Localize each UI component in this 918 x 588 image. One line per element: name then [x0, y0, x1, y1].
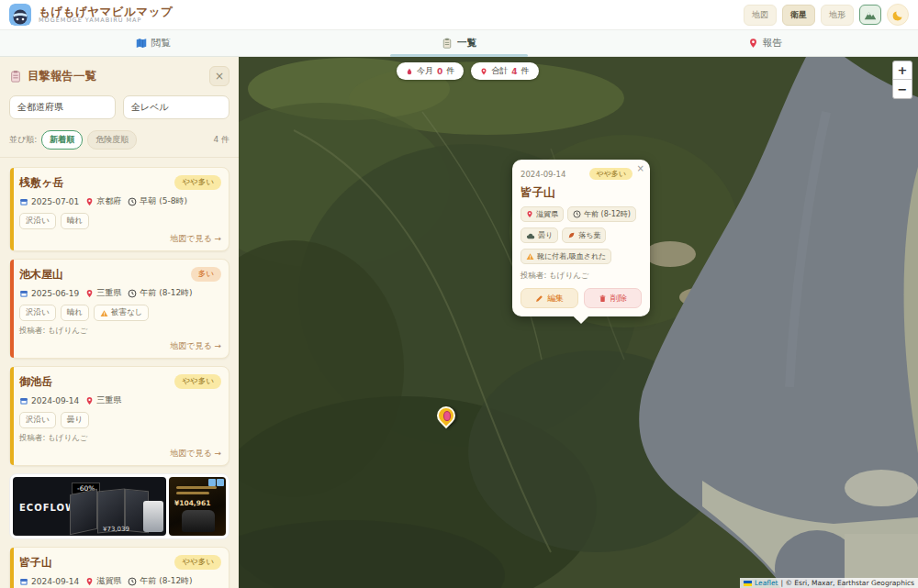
tab-list[interactable]: 一覧	[306, 30, 611, 56]
product-graphic	[182, 510, 215, 532]
tab-report-label: 報告	[763, 37, 782, 50]
report-card[interactable]: 皆子山 やや多い 2024-09-14 滋賀県 午前 (8-12時)	[9, 547, 230, 588]
ad-text-line	[176, 486, 217, 489]
map-marker[interactable]	[435, 405, 459, 432]
sidebar-filters: 全都道府県 全レベル	[0, 94, 239, 128]
delete-button[interactable]: 削除	[584, 288, 642, 308]
level-badge: 多い	[191, 267, 221, 282]
attribution-credits: | © Esri, Maxar, Earthstar Geographics	[781, 579, 914, 587]
app-root: もげもげヤマビルマップ MOGEMOGE YAMABIRU MAP 地図 衛星 …	[0, 0, 918, 588]
header: もげもげヤマビルマップ MOGEMOGE YAMABIRU MAP 地図 衛星 …	[0, 0, 918, 29]
pin-icon	[526, 210, 533, 218]
sidebar-header: 目撃報告一覧 ×	[0, 57, 239, 94]
sort-newest-button[interactable]: 新着順	[41, 130, 83, 150]
level-badge: やや多い	[174, 374, 221, 389]
sidebar: 目撃報告一覧 × 全都道府県 全レベル 並び順: 新着順 危険度順 4 件 桟敷…	[0, 57, 239, 588]
reporter: 投稿者: もげりんご	[19, 433, 221, 444]
pencil-icon	[535, 294, 543, 303]
mountain-layer-button[interactable]	[859, 5, 881, 25]
zoom-in-button[interactable]: +	[893, 61, 912, 80]
dark-mode-toggle[interactable]	[887, 4, 909, 26]
tab-report[interactable]: 報告	[612, 30, 918, 56]
pin-icon	[85, 197, 94, 206]
level-select[interactable]: 全レベル	[123, 95, 230, 119]
leaf-icon	[567, 231, 576, 239]
pin-icon	[85, 577, 94, 586]
stat-count: 4	[511, 67, 517, 76]
report-card[interactable]: 池木屋山 多い 2025-06-19 三重県 午前 (8-12時)	[9, 259, 230, 359]
popup-reporter: 投稿者: もげりんご	[521, 271, 642, 282]
prefecture-select[interactable]: 全都道府県	[9, 95, 116, 119]
pin-icon	[85, 289, 94, 298]
sort-row: 並び順: 新着順 危険度順 4 件	[0, 128, 239, 158]
prefecture-meta: 三重県	[85, 394, 121, 406]
tab-list-label: 一覧	[457, 37, 476, 50]
map-icon	[136, 38, 147, 49]
condition-tag: 沢沿い	[19, 305, 56, 321]
clock-icon	[128, 289, 137, 298]
popup-close-button[interactable]: ×	[637, 163, 644, 173]
calendar-icon	[19, 396, 28, 405]
calendar-icon	[19, 577, 28, 586]
level-badge: やや多い	[174, 555, 221, 570]
active-tab-indicator	[390, 54, 528, 57]
popup-damage-tag: 靴に付着,吸血された	[521, 249, 611, 264]
map-stats: 今月 0 件 合計 4 件	[397, 62, 539, 80]
report-list[interactable]: 桟敷ヶ岳 やや多い 2025-07-01 京都府 早朝 (5-8時)	[0, 158, 239, 588]
list-icon	[442, 38, 453, 49]
warning-icon	[526, 252, 534, 261]
sort-danger-button[interactable]: 危険度順	[87, 130, 137, 150]
prefecture-meta: 京都府	[85, 195, 121, 207]
header-controls: 地図 衛星 地形	[744, 4, 909, 26]
tab-bar: 閲覧 一覧 報告	[0, 29, 918, 57]
time-meta: 午前 (8-12時)	[128, 575, 192, 587]
maptype-terrain-button[interactable]: 地形	[821, 5, 854, 26]
report-card[interactable]: 御池岳 やや多い 2024-09-14 三重県 沢沿い 曇り	[9, 366, 230, 466]
sort-label: 並び順:	[9, 134, 37, 146]
prefecture-select-value: 全都道府県	[17, 101, 63, 114]
sidebar-close-button[interactable]: ×	[209, 66, 230, 86]
stat-this-month: 今月 0 件	[397, 62, 464, 80]
maptype-map-button[interactable]: 地図	[744, 5, 777, 26]
clock-icon	[573, 210, 581, 218]
report-list-icon	[9, 70, 22, 83]
pin-icon	[85, 396, 94, 405]
popup-level-badge: やや多い	[589, 168, 633, 180]
leech-icon	[443, 411, 451, 421]
stat-count: 0	[437, 67, 442, 76]
date-meta: 2024-09-14	[19, 396, 79, 405]
ukraine-flag-icon	[744, 581, 752, 586]
date-meta: 2025-06-19	[19, 289, 79, 298]
view-on-map-link[interactable]: 地図で見る →	[19, 448, 221, 460]
view-on-map-link[interactable]: 地図で見る →	[19, 340, 221, 352]
condition-tag: 晴れ	[61, 213, 89, 229]
cloud-icon	[526, 232, 535, 239]
droplet-icon	[406, 67, 413, 76]
leaflet-link[interactable]: Leaflet	[755, 579, 778, 587]
condition-tag: 曇り	[61, 412, 89, 428]
map-attribution: Leaflet | © Esri, Maxar, Earthstar Geogr…	[740, 578, 918, 588]
maptype-satellite-button[interactable]: 衛星	[782, 5, 815, 26]
report-title: 池木屋山	[19, 267, 63, 283]
title-block: もげもげヤマビルマップ MOGEMOGE YAMABIRU MAP	[39, 6, 173, 24]
view-on-map-link[interactable]: 地図で見る →	[19, 233, 221, 245]
ad-choices-icon[interactable]	[208, 479, 224, 486]
level-badge: やや多い	[174, 175, 221, 190]
solar-panel-graphic	[70, 489, 97, 535]
time-meta: 午前 (8-12時)	[128, 287, 192, 299]
popup-ground-tag: 落ち葉	[562, 227, 606, 243]
reporter: 投稿者: もげりんご	[19, 326, 221, 337]
ad-banner[interactable]: ECOFLOW -60% ¥73,039 ¥104,961	[9, 473, 230, 539]
popup-time-tag: 午前 (8-12時)	[567, 206, 636, 222]
app-subtitle: MOGEMOGE YAMABIRU MAP	[39, 17, 173, 24]
prefecture-meta: 滋賀県	[85, 575, 121, 587]
calendar-icon	[19, 197, 28, 206]
clock-icon	[128, 197, 137, 206]
map-canvas[interactable]: 今月 0 件 合計 4 件 + − ×	[239, 57, 918, 588]
app-logo[interactable]	[9, 4, 31, 26]
condition-tag: 晴れ	[61, 305, 89, 321]
report-card[interactable]: 桟敷ヶ岳 やや多い 2025-07-01 京都府 早朝 (5-8時)	[9, 167, 230, 251]
edit-button[interactable]: 編集	[521, 288, 578, 308]
zoom-out-button[interactable]: −	[893, 80, 912, 98]
tab-browse[interactable]: 閲覧	[0, 30, 306, 56]
